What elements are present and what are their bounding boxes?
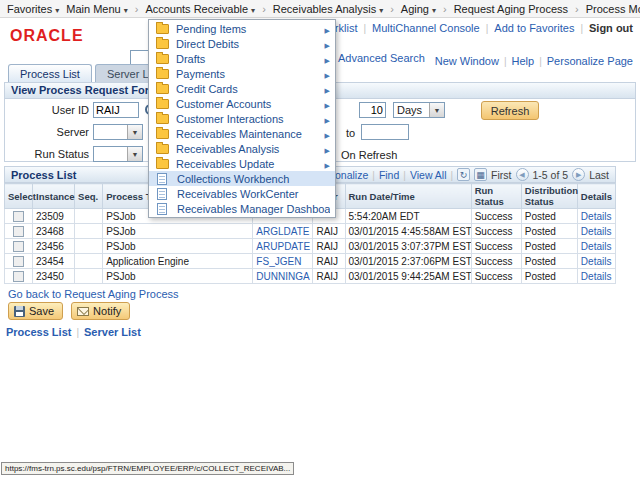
process-name-cell: ARUPDATE (253, 239, 313, 254)
menu-item-customer-interactions[interactable]: Customer Interactions (149, 111, 335, 126)
save-disk-icon (14, 306, 25, 317)
user-cell: RAIJ (313, 224, 345, 239)
menu-item-direct-debits[interactable]: Direct Debits (149, 36, 335, 51)
new-window-link[interactable]: New Window (435, 55, 499, 67)
submenu-arrow-icon (325, 113, 330, 125)
table-row: 23468 PSJob ARGLDATE RAIJ 03/01/2015 4:4… (5, 224, 616, 239)
user-id-label: User ID (13, 102, 89, 118)
breadcrumb-aging[interactable]: Aging (401, 3, 436, 15)
save-button[interactable]: Save (8, 302, 63, 320)
first-label[interactable]: First (491, 169, 511, 181)
user-id-input[interactable] (93, 102, 139, 118)
menu-item-credit-cards[interactable]: Credit Cards (149, 81, 335, 96)
menu-item-payments[interactable]: Payments (149, 66, 335, 81)
folder-icon (156, 24, 169, 34)
distribution-status-cell: Posted (521, 209, 577, 224)
notify-button[interactable]: Notify (71, 302, 130, 320)
menu-item-collections-workbench[interactable]: Collections Workbench (149, 171, 335, 186)
menu-item-receivables-workcenter[interactable]: Receivables WorkCenter (149, 186, 335, 201)
select-checkbox[interactable] (13, 256, 24, 267)
col-details: Details (577, 184, 615, 209)
menu-item-pending-items[interactable]: Pending Items (149, 21, 335, 36)
status-bar-url: https://fms-trn.ps.sc.edu/psp/FTRN/EMPLO… (1, 462, 294, 475)
run-status-label: Run Status (13, 146, 89, 162)
run-status-select[interactable] (93, 146, 143, 162)
breadcrumb-process-monitor[interactable]: Process Monitor (586, 3, 640, 15)
help-link[interactable]: Help (512, 55, 535, 67)
details-link[interactable]: Details (581, 271, 612, 282)
multichannel-console-link[interactable]: MultiChannel Console (372, 22, 480, 34)
menu-item-receivables-analysis[interactable]: Receivables Analysis (149, 141, 335, 156)
process-name-cell: ARGLDATE (253, 224, 313, 239)
run-datetime-cell: 03/01/2015 3:07:37PM EST (345, 239, 471, 254)
seq-cell (75, 209, 103, 224)
menu-item-drafts[interactable]: Drafts (149, 51, 335, 66)
details-link[interactable]: Details (581, 211, 612, 222)
run-datetime-cell: 03/01/2015 4:45:58AM EST (345, 224, 471, 239)
breadcrumb-separator-icon (262, 3, 266, 15)
seq-cell (75, 224, 103, 239)
breadcrumb-accounts-receivable[interactable]: Accounts Receivable (145, 3, 255, 15)
instance-cell: 23456 (33, 239, 75, 254)
days-select[interactable]: Days (393, 102, 445, 118)
last-value-input[interactable] (359, 102, 386, 118)
menu-item-receivables-update[interactable]: Receivables Update (149, 156, 335, 171)
col-run-datetime: Run Date/Time (345, 184, 471, 209)
grid-download-icon[interactable] (474, 168, 487, 181)
menu-item-receivables-maintenance[interactable]: Receivables Maintenance (149, 126, 335, 141)
table-row: 23450 PSJob DUNNINGA RAIJ 03/01/2015 9:4… (5, 269, 616, 284)
folder-icon (156, 144, 169, 154)
advanced-search-link[interactable]: Advanced Search (338, 52, 425, 64)
breadcrumb-separator-icon (443, 3, 447, 15)
breadcrumb-main-menu[interactable]: Main Menu (66, 3, 127, 15)
server-select[interactable] (93, 124, 143, 140)
view-all-link[interactable]: View All (410, 169, 447, 181)
details-link[interactable]: Details (581, 256, 612, 267)
breadcrumb-request-aging-process[interactable]: Request Aging Process (454, 3, 568, 15)
submenu-arrow-icon (325, 68, 330, 80)
action-buttons: Save Notify (8, 302, 130, 320)
process-name-cell: FS_JGEN (253, 254, 313, 269)
select-checkbox[interactable] (13, 241, 24, 252)
to-input[interactable] (361, 124, 409, 140)
tab-process-list[interactable]: Process List (8, 64, 92, 83)
breadcrumb-separator-icon (135, 3, 139, 15)
server-label: Server (13, 124, 89, 140)
breadcrumb: Favorites Main Menu Accounts Receivable … (0, 0, 640, 18)
previous-page-icon[interactable] (516, 168, 529, 181)
add-to-favorites-link[interactable]: Add to Favorites (494, 22, 574, 34)
last-label[interactable]: Last (589, 169, 609, 181)
submenu-arrow-icon (325, 143, 330, 155)
submenu-arrow-icon (325, 83, 330, 95)
bottom-process-list-link[interactable]: Process List (6, 326, 71, 338)
menu-item-customer-accounts[interactable]: Customer Accounts (149, 96, 335, 111)
col-select: Select (5, 184, 33, 209)
find-link[interactable]: Find (379, 169, 399, 181)
menu-item-receivables-manager-dashboard[interactable]: Receivables Manager Dashboard (149, 201, 335, 216)
distribution-status-cell: Posted (521, 224, 577, 239)
go-back-link[interactable]: Go back to Request Aging Process (8, 288, 179, 300)
folder-icon (156, 84, 169, 94)
process-type-cell: PSJob (103, 239, 253, 254)
details-link[interactable]: Details (581, 241, 612, 252)
sign-out-link[interactable]: Sign out (589, 22, 633, 34)
details-link[interactable]: Details (581, 226, 612, 237)
user-cell: RAIJ (313, 239, 345, 254)
refresh-button[interactable]: Refresh (481, 101, 539, 120)
bottom-page-links: Process List Server List (6, 326, 141, 338)
select-checkbox[interactable] (13, 226, 24, 237)
run-datetime-cell: 5:54:20AM EDT (345, 209, 471, 224)
grid-refresh-icon[interactable] (457, 168, 470, 181)
process-list-title: Process List (11, 169, 76, 181)
next-page-icon[interactable] (572, 168, 585, 181)
breadcrumb-favorites[interactable]: Favorites (7, 3, 59, 15)
table-row: 23456 PSJob ARUPDATE RAIJ 03/01/2015 3:0… (5, 239, 616, 254)
run-datetime-cell: 03/01/2015 9:44:25AM EST (345, 269, 471, 284)
breadcrumb-receivables-analysis[interactable]: Receivables Analysis (273, 3, 383, 15)
bottom-server-list-link[interactable]: Server List (84, 326, 141, 338)
select-checkbox[interactable] (13, 211, 24, 222)
folder-icon (156, 159, 169, 169)
select-checkbox[interactable] (13, 271, 24, 282)
personalize-page-link[interactable]: Personalize Page (547, 55, 633, 67)
notify-envelope-icon (77, 307, 89, 316)
